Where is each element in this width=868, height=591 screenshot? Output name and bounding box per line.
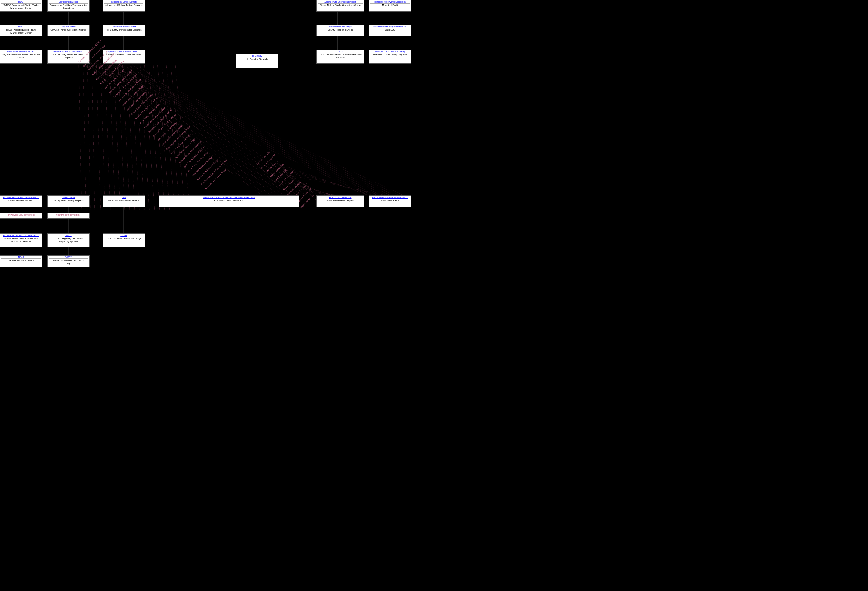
hill-country-transit: Hill Country Transit District Hill Count…	[103, 25, 145, 37]
noaa-nws: NOAA National Weather Service	[0, 255, 42, 267]
municipal-pwo: Municipal Public Works Department Munici…	[369, 0, 411, 12]
brownwood-street: Brownwood Street Department City of Brow…	[0, 50, 42, 64]
county-municipal-eocs: County and Municipal Emergency Managemen…	[159, 195, 299, 207]
municipal-county-public-safety: Municipal or County/Public Safety Munici…	[369, 50, 411, 64]
small-label-2: County Sheriff connections	[47, 213, 90, 219]
correctional-facilities: Correctional Facilities Correctional Fac…	[47, 0, 90, 12]
abilene-traffic-ops: Abilene Traffic Engineering Division Cit…	[316, 0, 365, 12]
txdot-abilene-web: TxDOT TxDOT Abilene District Web Page	[103, 233, 145, 247]
txdot-abilene-traffic: TxDOT TxDOT Abilene District Traffic Man…	[0, 25, 42, 37]
small-label-1: Brownwood EOC connections	[0, 213, 42, 219]
txdot-brownwood-web: TxDOT TxDOT Brownwood District Web Page	[47, 255, 90, 267]
city-brownwood-eoc: County and Municipal Emergency Ma... Cit…	[0, 195, 42, 207]
city-abilene-eoc: County and Municipal Emergency Ma... Cit…	[369, 195, 411, 207]
txdot-highway-conditions: TxDOT TxDOT Highway Conditions Reporting…	[47, 233, 90, 247]
abilene-fire-dispatch: Abilene Fire Department City of Abilene …	[316, 195, 365, 207]
county-road-bridge: County Road and Bridge County Road and B…	[316, 25, 365, 37]
diagonal-labels-left: Coleman County Road and Bridge Eastland …	[79, 61, 283, 207]
txdot-brownwood-traffic: TxDOT TxDOT Brownwood District Traffic M…	[0, 0, 42, 12]
dps-div-emergency: DPS Division of Emergency Manage... Stat…	[369, 25, 411, 37]
isd-dispatch: Independent School Districts Independent…	[103, 0, 145, 12]
county-sheriff-dispatch: County Sheriff County Public Safety Disp…	[47, 195, 90, 207]
txdot-west-central: TxDOT TxDOT West Central Texas Maintenan…	[316, 50, 365, 64]
diagram-container: TxDOT TxDOT Brownwood District Traffic M…	[0, 0, 868, 591]
west-central-texas-incident: Regional Emergency and Public Safe... We…	[0, 233, 42, 247]
dps-communications: DPS DPS Communications Service	[103, 195, 145, 207]
citylink-transit: CityLink Transit CityLink Transit Operat…	[47, 25, 90, 37]
diagonal-labels-right: Coleman County EOC Eastland County EOC E…	[257, 163, 344, 198]
